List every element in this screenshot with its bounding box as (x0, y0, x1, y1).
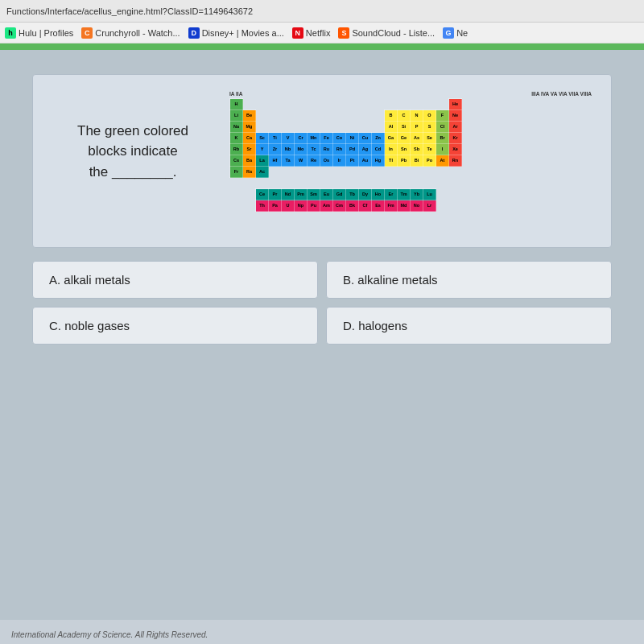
footer: International Academy of Science. All Ri… (0, 625, 644, 644)
bookmark-disney[interactable]: D Disney+ | Movies a... (188, 27, 284, 39)
answers-grid: A. alkali metals B. alkaline metals C. n… (32, 261, 612, 345)
bookmark-hulu[interactable]: h Hulu | Profiles (5, 27, 73, 39)
answer-b-button[interactable]: B. alkaline metals (326, 261, 612, 299)
bookmark-soundcloud[interactable]: S SoundCloud - Liste... (338, 27, 435, 39)
periodic-table: IA IIA IIIA IVA VA VIA VIIA VIIIA H (229, 91, 592, 212)
main-content: The green colored blocks indicate the __… (0, 50, 644, 620)
accent-bar (0, 43, 644, 50)
answer-a-button[interactable]: A. alkali metals (32, 261, 318, 299)
bookmark-crunchyroll[interactable]: C Crunchyroll - Watch... (81, 27, 180, 39)
answer-c-button[interactable]: C. noble gases (32, 307, 318, 345)
footer-text: International Academy of Science. All Ri… (11, 630, 208, 639)
groups-right-label: IIIA IVA VA VIA VIIA VIIIA (531, 91, 592, 97)
answer-d-button[interactable]: D. halogens (326, 307, 612, 345)
bookmark-ne[interactable]: G Ne (443, 27, 468, 39)
groups-left-label: IA IIA (229, 91, 242, 97)
pt-table: H He Li Be (229, 98, 462, 212)
browser-url-bar: Functions/Interface/acellus_engine.html?… (0, 0, 644, 23)
question-text: The green colored blocks indicate the __… (52, 121, 213, 183)
bookmarks-bar: h Hulu | Profiles C Crunchyroll - Watch.… (0, 23, 644, 43)
quiz-card: The green colored blocks indicate the __… (32, 74, 612, 248)
bookmark-netflix[interactable]: N Netflix (292, 27, 331, 39)
url-text: Functions/Interface/acellus_engine.html?… (6, 6, 253, 16)
question-area: The green colored blocks indicate the __… (52, 91, 592, 212)
